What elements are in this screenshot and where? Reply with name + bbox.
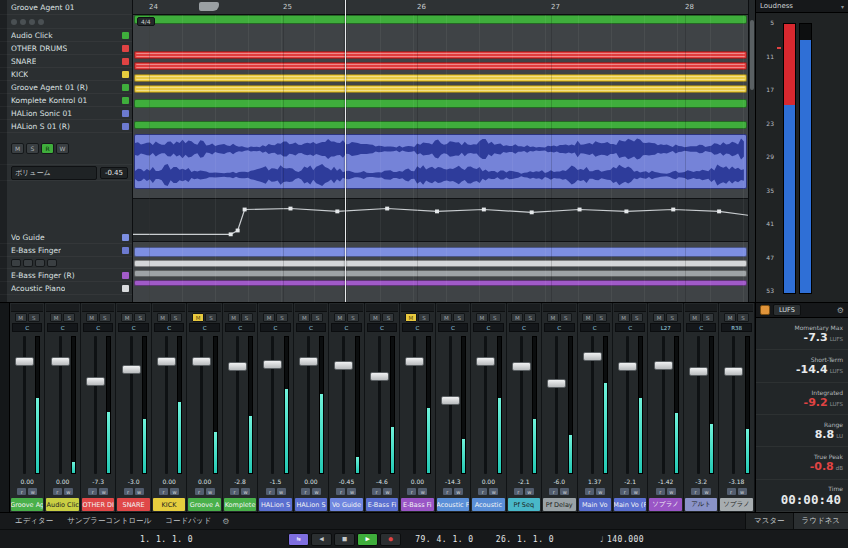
midi-event[interactable] [134, 280, 747, 286]
read-button[interactable]: r [124, 488, 133, 495]
read-button[interactable]: r [17, 488, 26, 495]
channel-name[interactable]: Vo Guide [330, 498, 362, 511]
solo-button[interactable]: S [28, 313, 40, 322]
midi-event[interactable] [134, 99, 747, 108]
track-toolbar-icon[interactable] [29, 19, 35, 25]
channel-name[interactable]: Groove Ag [11, 498, 43, 511]
mute-button[interactable]: M [15, 313, 27, 322]
arrangement-area[interactable]: 2425262728 4/4 [133, 0, 755, 302]
pan-control[interactable]: C [47, 323, 77, 332]
write-button[interactable]: w [418, 488, 427, 495]
channel-name[interactable]: E-Bass Fi [401, 498, 433, 511]
channel-name[interactable]: ソプラノ [720, 498, 752, 511]
mute-button[interactable]: M [50, 313, 62, 322]
track-control-button[interactable] [47, 259, 57, 267]
track-row[interactable]: Audio Click [0, 29, 132, 42]
read-button[interactable]: r [88, 488, 97, 495]
pan-control[interactable]: C [402, 323, 432, 332]
solo-button[interactable]: S [382, 313, 394, 322]
mute-button[interactable]: M [653, 313, 665, 322]
midi-event[interactable] [134, 74, 747, 82]
midi-event[interactable] [134, 62, 747, 70]
track-row[interactable]: HALion S 01 (R) [0, 120, 132, 133]
channel-name[interactable]: Pf Seq [508, 498, 540, 511]
write-button[interactable]: w [277, 488, 286, 495]
solo-button[interactable]: S [241, 313, 253, 322]
pan-control[interactable]: C [331, 323, 361, 332]
read-button[interactable]: r [407, 488, 416, 495]
channel-routing[interactable] [579, 304, 611, 312]
track-toolbar-icon[interactable] [20, 19, 26, 25]
lufs-button[interactable]: LUFS [773, 304, 801, 316]
track-row[interactable]: E-Bass Finger [0, 244, 132, 257]
mute-button[interactable]: M [689, 313, 701, 322]
solo-button[interactable]: S [170, 313, 182, 322]
gear-icon[interactable]: ⚙ [218, 517, 233, 526]
solo-button[interactable]: S [595, 313, 607, 322]
write-button[interactable]: w [560, 488, 569, 495]
playhead[interactable] [345, 0, 346, 302]
channel-routing[interactable] [401, 304, 433, 312]
pan-control[interactable]: R38 [721, 323, 751, 332]
read-button[interactable]: r [266, 488, 275, 495]
pan-control[interactable]: C [83, 323, 113, 332]
track-row[interactable]: Komplete Kontrol 01 [0, 94, 132, 107]
track-control-button[interactable]: S [26, 143, 39, 154]
panel-tab[interactable]: ラウドネス [793, 513, 848, 529]
read-button[interactable]: r [727, 488, 736, 495]
track-control-button[interactable] [11, 259, 21, 267]
midi-event[interactable] [134, 85, 747, 93]
solo-button[interactable]: S [134, 313, 146, 322]
mute-button[interactable]: M [228, 313, 240, 322]
write-button[interactable]: w [347, 488, 356, 495]
mute-button[interactable]: M [157, 313, 169, 322]
mute-button[interactable]: M [192, 313, 204, 322]
channel-name[interactable]: Main Vo [579, 498, 611, 511]
channel-routing[interactable] [685, 304, 717, 312]
track-control-button[interactable] [23, 259, 33, 267]
bottom-tab[interactable]: コードパッド [158, 514, 218, 528]
track-row[interactable]: Acoustic Piano [0, 282, 132, 295]
loudness-panel-header[interactable]: Loudness ▾ [756, 0, 848, 13]
channel-name[interactable]: アルト [685, 498, 717, 511]
mute-button[interactable]: M [121, 313, 133, 322]
write-button[interactable]: w [667, 488, 676, 495]
track-row[interactable]: E-Bass Finger (R) [0, 269, 132, 282]
pan-control[interactable]: C [189, 323, 219, 332]
channel-name[interactable]: OTHER DI [82, 498, 114, 511]
fader-handle[interactable] [370, 372, 389, 381]
read-button[interactable]: r [656, 488, 665, 495]
write-button[interactable]: w [28, 488, 37, 495]
channel-routing[interactable] [46, 304, 78, 312]
fader-handle[interactable] [512, 362, 531, 371]
channel-routing[interactable] [366, 304, 398, 312]
channel-name[interactable]: E-Bass Fi [366, 498, 398, 511]
write-button[interactable]: w [454, 488, 463, 495]
channel-name[interactable]: HALion S [259, 498, 291, 511]
channel-name[interactable]: Acoustic [472, 498, 504, 511]
write-button[interactable]: w [241, 488, 250, 495]
solo-button[interactable]: S [276, 313, 288, 322]
track-row[interactable]: OTHER DRUMS [0, 42, 132, 55]
stop-button[interactable]: ■ [334, 533, 355, 546]
track-toolbar-icon[interactable] [38, 19, 44, 25]
fader-handle[interactable] [618, 362, 637, 371]
fader-handle[interactable] [192, 357, 211, 366]
channel-routing[interactable] [295, 304, 327, 312]
midi-event[interactable] [134, 121, 747, 129]
pan-control[interactable]: C [473, 323, 503, 332]
channel-routing[interactable] [11, 304, 43, 312]
channel-name[interactable]: SNARE [117, 498, 149, 511]
read-button[interactable]: r [372, 488, 381, 495]
loudness-mode-button[interactable] [760, 305, 770, 315]
pan-control[interactable]: C [580, 323, 610, 332]
tempo-display[interactable]: ♩ 140.000 [599, 535, 644, 544]
pan-control[interactable]: C [154, 323, 184, 332]
solo-button[interactable]: S [99, 313, 111, 322]
fader-handle[interactable] [122, 365, 141, 374]
channel-routing[interactable] [649, 304, 681, 312]
pan-control[interactable]: C [225, 323, 255, 332]
solo-button[interactable]: S [702, 313, 714, 322]
fader-handle[interactable] [724, 367, 743, 376]
mute-button[interactable]: M [440, 313, 452, 322]
